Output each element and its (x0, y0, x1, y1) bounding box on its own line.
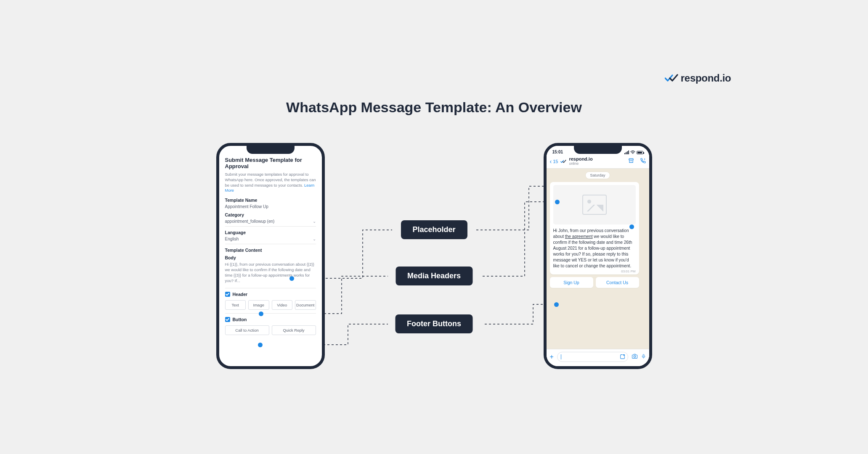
header-option-text[interactable]: Text (225, 300, 246, 310)
checkbox-checked-icon[interactable] (225, 317, 230, 322)
body-text[interactable]: Hi {{1}}, from our previous conversation… (225, 262, 316, 283)
button-option-quick-reply[interactable]: Quick Reply (272, 325, 316, 335)
chat-button-contact[interactable]: Contact Us (596, 277, 639, 288)
back-count[interactable]: 15 (553, 159, 558, 164)
message-bubble: Hi John, from our previous conversation … (550, 182, 639, 275)
text-cursor (561, 354, 562, 359)
day-chip: Saturday (586, 172, 609, 179)
category-label: Category (225, 212, 316, 217)
contact-avatar-icon (560, 159, 566, 164)
label-pill-media-headers: Media Headers (396, 267, 472, 285)
template-name-value[interactable]: Appointment Follow Up (225, 204, 316, 209)
brand-name: respond.io (681, 72, 731, 84)
marker-dot (629, 224, 634, 229)
marker-dot (258, 343, 263, 347)
signal-icon (624, 150, 629, 154)
button-checkbox-row[interactable]: Button (225, 317, 316, 322)
message-input[interactable] (557, 352, 628, 362)
body-label: Body (225, 255, 316, 260)
header-checkbox-row[interactable]: Header (225, 292, 316, 297)
phone-notch (574, 145, 622, 154)
message-time: 03:01 PM (621, 269, 635, 273)
marker-dot (259, 311, 263, 316)
phone-notch (247, 145, 295, 154)
template-name-label: Template Name (225, 198, 316, 203)
chat-input-bar: + (547, 349, 649, 366)
brand-logo: respond.io (665, 72, 731, 84)
marker-dot (555, 200, 560, 204)
header-option-image[interactable]: Image (248, 300, 269, 310)
message-text: Hi John, from our previous conversation … (553, 228, 636, 269)
header-option-document[interactable]: Document (295, 300, 316, 310)
divider (225, 313, 316, 314)
button-label: Button (233, 317, 247, 322)
store-icon[interactable] (628, 158, 634, 165)
checkbox-checked-icon[interactable] (225, 292, 230, 297)
template-content-label: Template Content (225, 248, 316, 253)
camera-icon[interactable] (632, 354, 638, 360)
chat-body: Saturday Hi John, from our previous conv… (547, 169, 649, 349)
media-header-placeholder (553, 185, 636, 224)
diagram-canvas: respond.io WhatsApp Message Template: An… (119, 61, 750, 393)
plus-icon[interactable]: + (550, 354, 554, 360)
contact-name: respond.io (569, 157, 592, 161)
category-select[interactable]: appointment_followup (en) ⌄ (225, 219, 316, 227)
brand-check-icon (665, 74, 678, 82)
microphone-icon[interactable] (641, 353, 646, 361)
message-buttons: Sign Up Contact Us (550, 277, 639, 288)
divider (225, 288, 316, 288)
header-option-video[interactable]: Video (272, 300, 293, 310)
marker-dot (289, 276, 294, 281)
back-chevron-icon[interactable]: ‹ (550, 158, 552, 165)
image-placeholder-icon (582, 195, 607, 215)
form-description: Submit your message templates for approv… (225, 172, 316, 193)
status-time: 15:01 (552, 150, 563, 154)
svg-rect-1 (643, 354, 644, 357)
button-type-options: Call to Action Quick Reply (225, 325, 316, 335)
template-form-phone: Submit Message Template for Approval Sub… (216, 143, 325, 369)
chat-button-signup[interactable]: Sign Up (550, 277, 593, 288)
chevron-down-icon: ⌄ (313, 219, 316, 224)
page-title: WhatsApp Message Template: An Overview (286, 99, 582, 116)
header-type-options: Text Image Video Document (225, 300, 316, 310)
label-pill-placeholder: Placeholder (401, 220, 467, 239)
chat-header: ‹ 15 respond.io online (547, 155, 649, 169)
language-label: Language (225, 230, 316, 235)
battery-icon (637, 151, 643, 154)
marker-dot (554, 302, 559, 307)
header-label: Header (233, 292, 248, 297)
language-select[interactable]: English ⌄ (225, 237, 316, 244)
call-icon[interactable] (640, 158, 646, 165)
svg-point-0 (634, 356, 635, 357)
chevron-down-icon: ⌄ (313, 237, 316, 241)
button-option-cta[interactable]: Call to Action (225, 325, 269, 335)
form-heading: Submit Message Template for Approval (225, 157, 316, 169)
wifi-icon (630, 150, 635, 154)
contact-status: online (569, 161, 592, 166)
label-pill-footer-buttons: Footer Buttons (395, 314, 473, 333)
sticker-icon[interactable] (620, 354, 625, 361)
chat-preview-phone: 15:01 ‹ 15 respond.io on (544, 143, 652, 369)
